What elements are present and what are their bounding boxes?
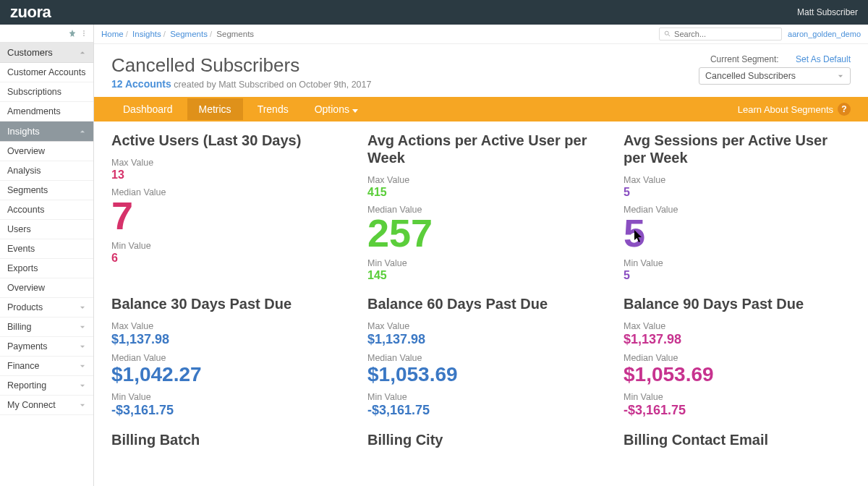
- sidebar-item-events[interactable]: Events: [0, 239, 93, 259]
- stat-label: Max Value: [111, 158, 339, 168]
- sidebar-item-users[interactable]: Users: [0, 220, 93, 239]
- chevron-down-icon: [79, 382, 86, 389]
- sidebar-pin-row: [0, 25, 93, 43]
- metric-title: Billing Batch: [111, 431, 339, 448]
- chevron-down-icon: [79, 343, 86, 350]
- sidebar-item-subscriptions[interactable]: Subscriptions: [0, 82, 93, 102]
- sidebar-item-products[interactable]: Products: [0, 298, 93, 317]
- chevron-down-icon: [79, 304, 86, 311]
- tabbar: Dashboard Metrics Trends Options Learn A…: [94, 97, 868, 122]
- svg-point-1: [83, 33, 85, 34]
- stat-value: -$3,161.75: [111, 403, 339, 418]
- page-title: Cancelled Subscribers: [111, 54, 371, 77]
- metric-title: Balance 30 Days Past Due: [111, 295, 339, 312]
- tab-options[interactable]: Options: [303, 98, 370, 120]
- stat-label: Median Value: [111, 353, 339, 363]
- stat-median: $1,053.69: [624, 363, 851, 386]
- stat-label: Max Value: [624, 175, 851, 185]
- stat-label: Min Value: [367, 258, 595, 268]
- stat-value: 145: [367, 269, 595, 282]
- topbar-user[interactable]: Matt Subscriber: [797, 7, 858, 17]
- metric-active-users: Active Users (Last 30 Days) Max Value 13…: [111, 132, 339, 288]
- metric-balance-30: Balance 30 Days Past Due Max Value $1,13…: [111, 295, 339, 424]
- caret-down-icon: [352, 109, 358, 113]
- help-icon: ?: [838, 103, 851, 116]
- search-input[interactable]: [659, 27, 782, 40]
- sidebar: Customers Customer Accounts Subscription…: [0, 25, 94, 486]
- stat-value: -$3,161.75: [624, 403, 851, 418]
- breadcrumb-home[interactable]: Home: [101, 30, 124, 38]
- sidebar-item-customer-accounts[interactable]: Customer Accounts: [0, 63, 93, 82]
- stat-label: Max Value: [624, 321, 851, 331]
- sidebar-item-accounts[interactable]: Accounts: [0, 200, 93, 220]
- stat-label: Min Value: [367, 392, 595, 402]
- metric-title: Billing Contact Email: [624, 431, 851, 448]
- stat-label: Min Value: [111, 392, 339, 402]
- tab-dashboard[interactable]: Dashboard: [111, 98, 184, 120]
- tab-metrics[interactable]: Metrics: [187, 98, 243, 120]
- segment-picker-label: Current Segment:: [710, 54, 779, 64]
- stat-median: 7: [111, 196, 339, 235]
- stat-value: 415: [367, 186, 595, 199]
- stat-label: Min Value: [624, 258, 851, 268]
- metric-avg-sessions: Avg Sessions per Active User per Week Ma…: [624, 132, 851, 288]
- sidebar-item-overview[interactable]: Overview: [0, 142, 93, 161]
- metric-balance-60: Balance 60 Days Past Due Max Value $1,13…: [367, 295, 595, 424]
- metric-avg-actions: Avg Actions per Active User per Week Max…: [367, 132, 595, 288]
- svg-point-3: [665, 31, 668, 35]
- nav-group-label: Insights: [7, 126, 40, 137]
- stat-label: Median Value: [624, 353, 851, 363]
- stat-value: -$3,161.75: [367, 403, 595, 418]
- search-icon: [664, 30, 671, 38]
- created-by-text: created by Matt Subscribed on October 9t…: [174, 80, 371, 90]
- stat-value: $1,137.98: [367, 332, 595, 347]
- set-as-default-link[interactable]: Set As Default: [796, 54, 851, 64]
- stat-label: Max Value: [367, 321, 595, 331]
- breadcrumb-insights[interactable]: Insights: [132, 30, 161, 38]
- stat-value: $1,137.98: [111, 332, 339, 347]
- sidebar-item-analysis[interactable]: Analysis: [0, 161, 93, 181]
- sidebar-item-my-connect[interactable]: My Connect: [0, 396, 93, 415]
- tab-trends[interactable]: Trends: [246, 98, 300, 120]
- sidebar-item-exports[interactable]: Exports: [0, 259, 93, 278]
- segment-picker: Current Segment: Set As Default Cancelle…: [699, 54, 851, 85]
- brand-logo: zuora: [10, 3, 51, 22]
- metric-title: Balance 90 Days Past Due: [624, 295, 851, 312]
- sidebar-item-overview-2[interactable]: Overview: [0, 278, 93, 298]
- stat-value: 5: [624, 269, 851, 282]
- learn-about-segments-link[interactable]: Learn About Segments ?: [738, 103, 851, 116]
- segment-select[interactable]: Cancelled Subscribers: [699, 67, 851, 85]
- sidebar-item-segments[interactable]: Segments: [0, 181, 93, 200]
- search-field[interactable]: [674, 30, 777, 38]
- pin-icon[interactable]: [69, 30, 76, 37]
- chevron-down-icon: [79, 401, 86, 409]
- metric-title: Balance 60 Days Past Due: [367, 295, 595, 312]
- stat-label: Max Value: [111, 321, 339, 331]
- nav-group-label: Customers: [7, 47, 53, 58]
- main-content: Home/ Insights/ Segments/ Segments aaron…: [94, 25, 868, 486]
- metric-title: Avg Actions per Active User per Week: [367, 132, 595, 166]
- breadcrumb-current: Segments: [216, 30, 254, 38]
- chevron-down-icon: [79, 323, 86, 331]
- stat-value: $1,137.98: [624, 332, 851, 347]
- sidebar-item-payments[interactable]: Payments: [0, 337, 93, 357]
- sidebar-item-billing[interactable]: Billing: [0, 317, 93, 337]
- sidebar-item-reporting[interactable]: Reporting: [0, 376, 93, 396]
- nav-group-insights[interactable]: Insights: [0, 122, 93, 142]
- nav-group-customers[interactable]: Customers: [0, 43, 93, 63]
- stat-label: Min Value: [111, 241, 339, 251]
- segment-select-value: Cancelled Subscribers: [705, 71, 796, 81]
- stat-value: 5: [624, 186, 851, 199]
- account-count-link[interactable]: 12 Accounts: [111, 78, 171, 90]
- svg-point-2: [83, 35, 85, 36]
- stat-label: Median Value: [367, 353, 595, 363]
- stat-median: $1,053.69: [367, 363, 595, 386]
- chevron-up-icon: [79, 128, 86, 135]
- kebab-icon[interactable]: [80, 30, 88, 37]
- sidebar-item-amendments[interactable]: Amendments: [0, 102, 93, 122]
- sidebar-item-finance[interactable]: Finance: [0, 357, 93, 376]
- breadcrumb-segments[interactable]: Segments: [170, 30, 208, 38]
- stat-median: 257: [367, 213, 595, 252]
- tenant-name[interactable]: aaron_golden_demo: [788, 30, 861, 38]
- metric-title: Avg Sessions per Active User per Week: [624, 132, 851, 166]
